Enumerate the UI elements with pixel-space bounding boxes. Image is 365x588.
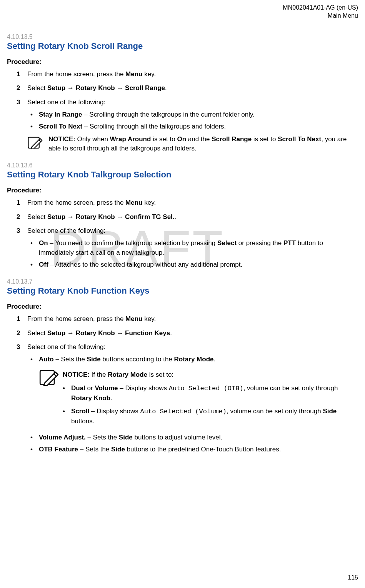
step-text: From the home screen, press the bbox=[27, 70, 125, 78]
step-item: 2 Select Setup → Rotary Knob → Confirm T… bbox=[17, 212, 358, 222]
step-text: Select bbox=[27, 213, 47, 220]
section-function-keys: 4.10.13.7 Setting Rotary Knob Function K… bbox=[7, 278, 358, 454]
step-item: 2 Select Setup → Rotary Knob → Scroll Ra… bbox=[17, 84, 358, 93]
step-bold: Menu bbox=[125, 70, 142, 78]
step-bold: Menu bbox=[125, 315, 142, 322]
notice-text: NOTICE: Only when Wrap Around is set to … bbox=[48, 135, 358, 154]
step-number: 3 bbox=[17, 342, 20, 352]
list-item: OTB Feature – Sets the Side buttons to t… bbox=[30, 445, 358, 454]
step-path: Setup → Rotary Knob → Function Keys bbox=[47, 329, 170, 337]
procedure-label: Procedure: bbox=[7, 187, 358, 194]
section-title: Setting Rotary Knob Function Keys bbox=[7, 286, 358, 296]
step-text: . bbox=[175, 213, 177, 220]
steps-list: 1 From the home screen, press the Menu k… bbox=[7, 314, 358, 454]
list-item: Scroll – Display shows Auto Selected (Vo… bbox=[63, 407, 358, 426]
step-item: 3 Select one of the following: Stay In R… bbox=[17, 98, 358, 154]
inner-list: Dual or Volume – Display shows Auto Sele… bbox=[63, 384, 358, 426]
steps-list: 1 From the home screen, press the Menu k… bbox=[7, 70, 358, 154]
procedure-label: Procedure: bbox=[7, 303, 358, 311]
step-text: . bbox=[170, 329, 172, 337]
step-path: Setup → Rotary Knob → Scroll Range bbox=[47, 84, 165, 92]
section-number: 4.10.13.6 bbox=[7, 162, 358, 169]
steps-list: 1 From the home screen, press the Menu k… bbox=[7, 198, 358, 270]
notice-icon bbox=[27, 135, 43, 150]
option-name: Volume Adjust. bbox=[39, 434, 86, 441]
step-text: Select one of the following: bbox=[27, 343, 105, 351]
step-bold: Menu bbox=[125, 199, 142, 206]
step-number: 2 bbox=[17, 329, 20, 338]
step-item: 3 Select one of the following: On – You … bbox=[17, 226, 358, 270]
procedure-label: Procedure: bbox=[7, 58, 358, 66]
step-number: 2 bbox=[17, 212, 20, 222]
option-name: Auto bbox=[39, 356, 54, 363]
list-item: On – You need to confirm the talkgroup s… bbox=[30, 239, 358, 257]
step-text: Select one of the following: bbox=[27, 99, 105, 106]
sub-list: Auto – Sets the Side buttons according t… bbox=[27, 355, 358, 454]
section-number: 4.10.13.7 bbox=[7, 278, 358, 285]
step-number: 1 bbox=[17, 70, 20, 79]
step-item: 2 Select Setup → Rotary Knob → Function … bbox=[17, 329, 358, 338]
list-item: Dual or Volume – Display shows Auto Sele… bbox=[63, 384, 358, 403]
step-text: . bbox=[165, 84, 167, 92]
section-title: Setting Rotary Knob Scroll Range bbox=[7, 41, 358, 51]
step-text: Select bbox=[27, 84, 47, 92]
notice-block: NOTICE: If the Rotary Mode is set to: Du… bbox=[39, 367, 358, 430]
list-item: Auto – Sets the Side buttons according t… bbox=[30, 355, 358, 430]
option-name: Off bbox=[39, 261, 48, 268]
list-item: Scroll To Next – Scrolling through all t… bbox=[30, 122, 358, 132]
step-number: 3 bbox=[17, 98, 20, 107]
step-item: 1 From the home screen, press the Menu k… bbox=[17, 70, 358, 79]
step-text: key. bbox=[143, 70, 156, 78]
notice-block: NOTICE: Only when Wrap Around is set to … bbox=[27, 135, 358, 154]
sub-list: On – You need to confirm the talkgroup s… bbox=[27, 239, 358, 270]
step-text: Select bbox=[27, 329, 47, 337]
doc-section: Main Menu bbox=[7, 12, 358, 20]
step-number: 2 bbox=[17, 84, 20, 93]
notice-icon bbox=[39, 367, 59, 387]
list-item: Off – Attaches to the selected talkgroup… bbox=[30, 260, 358, 270]
step-number: 1 bbox=[17, 198, 20, 208]
step-text: From the home screen, press the bbox=[27, 199, 125, 206]
section-scroll-range: 4.10.13.5 Setting Rotary Knob Scroll Ran… bbox=[7, 33, 358, 154]
step-path: Setup → Rotary Knob → Confirm TG Sel. bbox=[47, 213, 175, 220]
option-name: OTB Feature bbox=[39, 446, 78, 453]
step-text: From the home screen, press the bbox=[27, 315, 125, 322]
section-number: 4.10.13.5 bbox=[7, 33, 358, 40]
step-text: key. bbox=[143, 199, 156, 206]
page-number: 115 bbox=[348, 574, 358, 581]
option-name: Scroll To Next bbox=[39, 123, 82, 130]
section-talkgroup-selection: 4.10.13.6 Setting Rotary Knob Talkgroup … bbox=[7, 162, 358, 270]
section-title: Setting Rotary Knob Talkgroup Selection bbox=[7, 170, 358, 180]
step-item: 1 From the home screen, press the Menu k… bbox=[17, 314, 358, 324]
step-item: 3 Select one of the following: Auto – Se… bbox=[17, 342, 358, 454]
option-name: On bbox=[39, 239, 48, 247]
step-text: Select one of the following: bbox=[27, 227, 105, 234]
sub-list: Stay In Range – Scrolling through the ta… bbox=[27, 110, 358, 132]
step-item: 1 From the home screen, press the Menu k… bbox=[17, 198, 358, 208]
option-desc: – Scrolling through all the talkgroups a… bbox=[82, 123, 226, 130]
notice-text: NOTICE: If the Rotary Mode is set to: Du… bbox=[63, 367, 358, 430]
notice-label: NOTICE: bbox=[48, 135, 75, 143]
option-name: Stay In Range bbox=[39, 111, 82, 118]
list-item: Stay In Range – Scrolling through the ta… bbox=[30, 110, 358, 120]
list-item: Volume Adjust. – Sets the Side buttons t… bbox=[30, 433, 358, 443]
notice-label: NOTICE: bbox=[63, 371, 90, 378]
doc-id: MN002041A01-AG (en-US) bbox=[7, 4, 358, 12]
step-number: 3 bbox=[17, 226, 20, 236]
option-desc: – Scrolling through the talkgroups in th… bbox=[82, 111, 255, 118]
step-text: key. bbox=[143, 315, 156, 322]
option-desc: – Attaches to the selected talkgroup wit… bbox=[48, 261, 243, 268]
page-header: MN002041A01-AG (en-US) Main Menu bbox=[7, 4, 358, 20]
step-number: 1 bbox=[17, 314, 20, 324]
